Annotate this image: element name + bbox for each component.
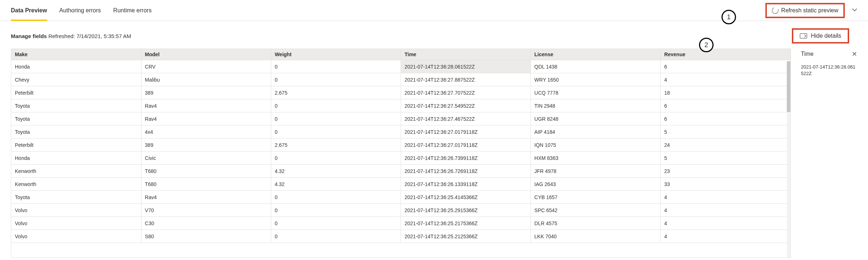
cell-model[interactable]: Rav4 — [141, 99, 271, 112]
cell-make[interactable]: Toyota — [11, 112, 141, 125]
cell-make[interactable]: Volvo — [11, 217, 141, 230]
cell-revenue[interactable]: 6 — [660, 99, 790, 112]
cell-time[interactable]: 2021-07-14T12:36:25.4145366Z — [401, 191, 530, 204]
table-row[interactable]: KenworthT6804.322021-07-14T12:36:26.1339… — [11, 178, 790, 191]
cell-revenue[interactable]: 5 — [660, 152, 790, 165]
cell-weight[interactable]: 4.32 — [271, 165, 401, 178]
table-row[interactable]: VolvoS8002021-07-14T12:36:25.2125366ZLKK… — [11, 230, 790, 243]
cell-make[interactable]: Chevy — [11, 73, 141, 86]
cell-time[interactable]: 2021-07-14T12:36:27.549522Z — [401, 99, 530, 112]
cell-license[interactable]: QDL 1438 — [530, 60, 660, 73]
scrollbar-track[interactable] — [787, 61, 790, 257]
cell-model[interactable]: Civic — [141, 152, 271, 165]
table-row[interactable]: VolvoV7002021-07-14T12:36:25.2915366ZSPC… — [11, 204, 790, 217]
cell-model[interactable]: 389 — [141, 86, 271, 99]
refresh-static-preview-button[interactable]: Refresh static preview — [765, 3, 845, 18]
cell-weight[interactable]: 0 — [271, 204, 401, 217]
cell-make[interactable]: Toyota — [11, 191, 141, 204]
hide-details-button[interactable]: Hide details — [792, 28, 849, 44]
cell-time[interactable]: 2021-07-14T12:36:26.1339118Z — [401, 178, 530, 191]
cell-time[interactable]: 2021-07-14T12:36:27.887522Z — [401, 73, 530, 86]
cell-revenue[interactable]: 23 — [660, 165, 790, 178]
col-header-model[interactable]: Model — [141, 49, 271, 60]
cell-model[interactable]: Rav4 — [141, 191, 271, 204]
cell-model[interactable]: 4x4 — [141, 125, 271, 139]
cell-time[interactable]: 2021-07-14T12:36:27.0179118Z — [401, 139, 530, 152]
cell-revenue[interactable]: 4 — [660, 217, 790, 230]
cell-license[interactable]: UCQ 7778 — [530, 86, 660, 99]
table-row[interactable]: ToyotaRav402021-07-14T12:36:27.549522ZTI… — [11, 99, 790, 112]
cell-revenue[interactable]: 4 — [660, 230, 790, 243]
tab-data-preview[interactable]: Data Preview — [11, 0, 47, 21]
table-row[interactable]: Toyota4x402021-07-14T12:36:27.0179118ZAI… — [11, 125, 790, 139]
cell-model[interactable]: Malibu — [141, 73, 271, 86]
cell-license[interactable]: SPC 6542 — [530, 204, 660, 217]
cell-make[interactable]: Peterbilt — [11, 139, 141, 152]
cell-make[interactable]: Honda — [11, 60, 141, 73]
cell-make[interactable]: Toyota — [11, 99, 141, 112]
table-row[interactable]: ToyotaRav402021-07-14T12:36:27.467522ZUG… — [11, 112, 790, 125]
table-row[interactable]: Peterbilt3892.6752021-07-14T12:36:27.017… — [11, 139, 790, 152]
cell-make[interactable]: Volvo — [11, 204, 141, 217]
cell-time[interactable]: 2021-07-14T12:36:25.2175366Z — [401, 217, 530, 230]
cell-time[interactable]: 2021-07-14T12:36:25.2915366Z — [401, 204, 530, 217]
cell-revenue[interactable]: 6 — [660, 112, 790, 125]
table-row[interactable]: KenworthT6804.322021-07-14T12:36:26.7269… — [11, 165, 790, 178]
cell-license[interactable]: HXM 8363 — [530, 152, 660, 165]
cell-license[interactable]: JFR 4978 — [530, 165, 660, 178]
tab-authoring-errors[interactable]: Authoring errors — [59, 0, 101, 21]
cell-revenue[interactable]: 4 — [660, 73, 790, 86]
scrollbar-thumb[interactable] — [787, 61, 790, 112]
cell-weight[interactable]: 2.675 — [271, 139, 401, 152]
cell-model[interactable]: Rav4 — [141, 112, 271, 125]
col-header-weight[interactable]: Weight — [271, 49, 401, 60]
cell-license[interactable]: LKK 7040 — [530, 230, 660, 243]
col-header-time[interactable]: Time — [401, 49, 530, 60]
chevron-down-icon[interactable] — [848, 5, 861, 16]
table-row[interactable]: ChevyMalibu02021-07-14T12:36:27.887522ZW… — [11, 73, 790, 86]
cell-license[interactable]: UGR 8248 — [530, 112, 660, 125]
cell-weight[interactable]: 0 — [271, 99, 401, 112]
cell-license[interactable]: IQN 1075 — [530, 139, 660, 152]
cell-make[interactable]: Kenworth — [11, 165, 141, 178]
cell-revenue[interactable]: 6 — [660, 60, 790, 73]
cell-time[interactable]: 2021-07-14T12:36:28.061522Z — [401, 60, 530, 73]
cell-model[interactable]: C30 — [141, 217, 271, 230]
cell-license[interactable]: IAG 2643 — [530, 178, 660, 191]
table-row[interactable]: Peterbilt3892.6752021-07-14T12:36:27.707… — [11, 86, 790, 99]
cell-model[interactable]: 389 — [141, 139, 271, 152]
cell-weight[interactable]: 0 — [271, 217, 401, 230]
col-header-license[interactable]: License — [530, 49, 660, 60]
cell-make[interactable]: Peterbilt — [11, 86, 141, 99]
cell-revenue[interactable]: 24 — [660, 139, 790, 152]
col-header-make[interactable]: Make — [11, 49, 141, 60]
cell-revenue[interactable]: 5 — [660, 125, 790, 139]
cell-weight[interactable]: 0 — [271, 125, 401, 139]
cell-weight[interactable]: 0 — [271, 152, 401, 165]
cell-revenue[interactable]: 18 — [660, 86, 790, 99]
cell-license[interactable]: AIP 4184 — [530, 125, 660, 139]
cell-license[interactable]: DLR 4575 — [530, 217, 660, 230]
cell-weight[interactable]: 0 — [271, 112, 401, 125]
table-row[interactable]: HondaCRV02021-07-14T12:36:28.061522ZQDL … — [11, 60, 790, 73]
table-row[interactable]: ToyotaRav402021-07-14T12:36:25.4145366ZC… — [11, 191, 790, 204]
cell-make[interactable]: Honda — [11, 152, 141, 165]
close-icon[interactable]: ✕ — [852, 51, 857, 57]
cell-revenue[interactable]: 4 — [660, 191, 790, 204]
cell-weight[interactable]: 0 — [271, 230, 401, 243]
cell-revenue[interactable]: 4 — [660, 204, 790, 217]
table-row[interactable]: HondaCivic02021-07-14T12:36:26.7399118ZH… — [11, 152, 790, 165]
cell-time[interactable]: 2021-07-14T12:36:27.707522Z — [401, 86, 530, 99]
cell-model[interactable]: T680 — [141, 178, 271, 191]
cell-make[interactable]: Volvo — [11, 230, 141, 243]
cell-time[interactable]: 2021-07-14T12:36:26.7399118Z — [401, 152, 530, 165]
cell-make[interactable]: Kenworth — [11, 178, 141, 191]
cell-model[interactable]: V70 — [141, 204, 271, 217]
cell-license[interactable]: WRY 1650 — [530, 73, 660, 86]
cell-make[interactable]: Toyota — [11, 125, 141, 139]
cell-time[interactable]: 2021-07-14T12:36:25.2125366Z — [401, 230, 530, 243]
cell-weight[interactable]: 0 — [271, 191, 401, 204]
tab-runtime-errors[interactable]: Runtime errors — [113, 0, 152, 21]
table-row[interactable]: VolvoC3002021-07-14T12:36:25.2175366ZDLR… — [11, 217, 790, 230]
cell-model[interactable]: CRV — [141, 60, 271, 73]
